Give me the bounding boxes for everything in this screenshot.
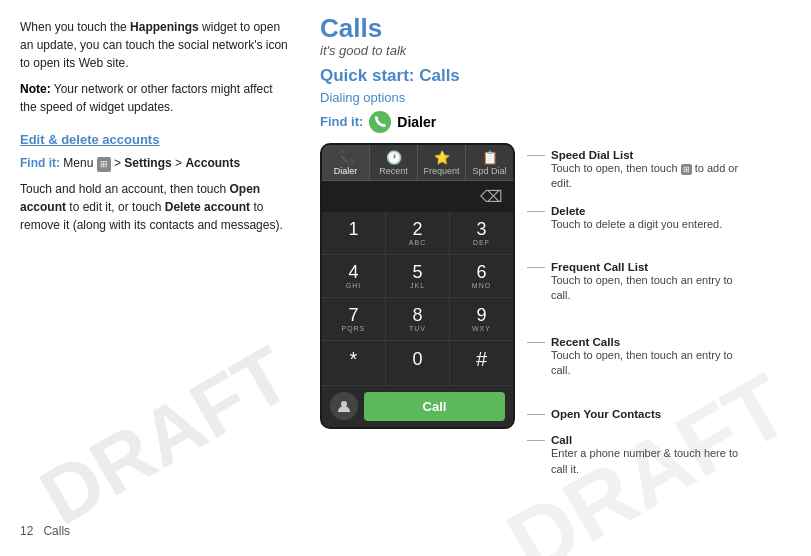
annotation-frequent-desc: Touch to open, then touch an entry to ca…: [551, 273, 747, 304]
tab-frequent-label: Frequent: [423, 166, 459, 176]
key-4-letters: GHI: [346, 282, 361, 289]
find-it-line-right: Find it: Dialer: [320, 111, 797, 133]
annotation-speed-dial: Speed Dial List Touch to open, then touc…: [527, 149, 747, 192]
annotation-recent-title: Recent Calls: [551, 336, 747, 348]
key-1-num: 1: [348, 220, 358, 238]
key-9-letters: WXY: [472, 325, 491, 332]
key-7-letters: PQRS: [342, 325, 366, 332]
key-7-num: 7: [348, 306, 358, 324]
left-column: DRAFT When you touch the Happenings widg…: [0, 0, 310, 556]
key-3-num: 3: [476, 220, 486, 238]
quick-start-heading: Quick start: Calls: [320, 66, 797, 86]
keypad-row-2: 4 GHI 5 JKL 6 MNO: [322, 255, 513, 298]
key-star-num: *: [350, 349, 358, 369]
key-3-letters: DEF: [473, 239, 490, 246]
key-hash-num: #: [476, 349, 487, 369]
annotation-recent-desc: Touch to open, then touch an entry to ca…: [551, 348, 747, 379]
phone-container: 📞 Dialer 🕐 Recent ⭐ Frequent 📋 Spd Dial: [320, 143, 797, 488]
key-star-letters: [352, 370, 355, 377]
key-7[interactable]: 7 PQRS: [322, 298, 386, 341]
keypad: 1 2 ABC 3 DEF 4 GHI: [322, 212, 513, 386]
key-9[interactable]: 9 WXY: [450, 298, 513, 341]
draft-watermark-left: DRAFT: [18, 316, 313, 555]
key-0-num: 0: [412, 350, 422, 368]
happenings-paragraph: When you touch the Happenings widget to …: [20, 18, 290, 72]
contacts-button[interactable]: [330, 392, 358, 420]
dialer-icon-button[interactable]: [369, 111, 391, 133]
tab-frequent[interactable]: ⭐ Frequent: [418, 145, 466, 180]
key-6-num: 6: [476, 263, 486, 281]
page-number: 12 Calls: [20, 522, 70, 540]
annotation-delete-title: Delete: [551, 205, 722, 217]
key-5-letters: JKL: [410, 282, 425, 289]
annotation-call-desc: Enter a phone number & touch here to cal…: [551, 446, 747, 477]
find-it-line-left: Find it: Menu ⊞ > Settings > Accounts: [20, 154, 290, 173]
key-0[interactable]: 0: [386, 341, 450, 386]
annotation-call-title: Call: [551, 434, 747, 446]
key-2-num: 2: [412, 220, 422, 238]
tab-recent-label: Recent: [379, 166, 408, 176]
key-2[interactable]: 2 ABC: [386, 212, 450, 255]
delete-button[interactable]: ⌫: [478, 187, 505, 206]
dialer-tab-icon: 📞: [338, 150, 354, 165]
annotation-speed-dial-title: Speed Dial List: [551, 149, 747, 161]
key-5[interactable]: 5 JKL: [386, 255, 450, 298]
key-1[interactable]: 1: [322, 212, 386, 255]
keypad-row-4: * 0 #: [322, 341, 513, 386]
tab-spd-dial-label: Spd Dial: [472, 166, 506, 176]
key-star[interactable]: *: [322, 341, 386, 386]
annotation-contacts-title: Open Your Contacts: [551, 408, 661, 420]
annotation-line-contacts: [527, 414, 545, 415]
annotation-frequent: Frequent Call List Touch to open, then t…: [527, 261, 747, 304]
key-0-letters: [416, 369, 419, 376]
recent-tab-icon: 🕐: [386, 150, 402, 165]
key-8[interactable]: 8 TUV: [386, 298, 450, 341]
happenings-bold: Happenings: [130, 20, 199, 34]
page-title: Calls: [320, 14, 797, 43]
annotation-speed-dial-desc: Touch to open, then touch ⊞ to add or ed…: [551, 161, 747, 192]
subtitle: it's good to talk: [320, 43, 797, 58]
key-8-num: 8: [412, 306, 422, 324]
dialing-options-label: Dialing options: [320, 90, 797, 105]
tab-dialer-label: Dialer: [334, 166, 358, 176]
annotation-contacts: Open Your Contacts: [527, 408, 747, 420]
tab-spd-dial[interactable]: 📋 Spd Dial: [466, 145, 513, 180]
tab-bar: 📞 Dialer 🕐 Recent ⭐ Frequent 📋 Spd Dial: [322, 145, 513, 181]
menu-icon: ⊞: [97, 157, 111, 173]
key-9-num: 9: [476, 306, 486, 324]
annotation-line-recent: [527, 342, 545, 343]
bottom-bar: Call: [322, 386, 513, 427]
key-8-letters: TUV: [409, 325, 426, 332]
annotation-line-frequent: [527, 267, 545, 268]
note-paragraph: Note: Your network or other factors migh…: [20, 80, 290, 116]
frequent-tab-icon: ⭐: [434, 150, 450, 165]
key-1-letters: [352, 239, 355, 246]
call-button[interactable]: Call: [364, 392, 505, 421]
key-3[interactable]: 3 DEF: [450, 212, 513, 255]
annotation-recent: Recent Calls Touch to open, then touch a…: [527, 336, 747, 379]
delete-account-bold: Delete account: [165, 200, 250, 214]
tab-recent[interactable]: 🕐 Recent: [370, 145, 418, 180]
display-row: ⌫: [322, 181, 513, 212]
spd-dial-tab-icon: 📋: [482, 150, 498, 165]
touch-hold-paragraph: Touch and hold an account, then touch Op…: [20, 180, 290, 234]
find-it-label-right: Find it:: [320, 114, 363, 129]
annotation-line-speed-dial: [527, 155, 545, 156]
annotations-panel: Speed Dial List Touch to open, then touc…: [527, 147, 747, 488]
annotation-delete: Delete Touch to delete a digit you enter…: [527, 205, 747, 232]
edit-delete-heading: Edit & delete accounts: [20, 130, 290, 150]
annotation-delete-desc: Touch to delete a digit you entered.: [551, 217, 722, 232]
keypad-row-3: 7 PQRS 8 TUV 9 WXY: [322, 298, 513, 341]
key-hash[interactable]: #: [450, 341, 513, 386]
annotation-line-delete: [527, 211, 545, 212]
key-4-num: 4: [348, 263, 358, 281]
key-6[interactable]: 6 MNO: [450, 255, 513, 298]
note-label: Note:: [20, 82, 51, 96]
annotation-frequent-title: Frequent Call List: [551, 261, 747, 273]
tab-dialer[interactable]: 📞 Dialer: [322, 145, 370, 180]
key-hash-letters: [480, 370, 483, 377]
key-2-letters: ABC: [409, 239, 426, 246]
annotation-line-call: [527, 440, 545, 441]
key-4[interactable]: 4 GHI: [322, 255, 386, 298]
annotation-call: Call Enter a phone number & touch here t…: [527, 434, 747, 477]
